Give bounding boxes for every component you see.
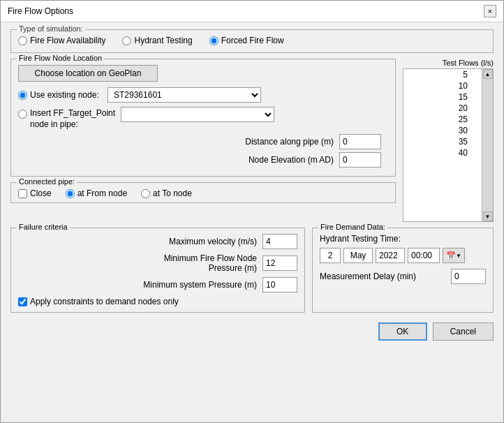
main-content: Fire Flow Node Location Choose location …: [10, 59, 494, 222]
elevation-row: Node Elevation (m AD): [18, 152, 388, 168]
calendar-button[interactable]: 📅 ▼: [443, 248, 465, 263]
apply-constraints-checkbox[interactable]: [18, 297, 27, 306]
delay-row: Measurement Delay (min): [320, 269, 486, 284]
max-velocity-input[interactable]: [262, 234, 297, 249]
close-button[interactable]: ×: [484, 5, 496, 17]
max-velocity-label: Maximum velocity (m/s): [18, 237, 257, 246]
use-existing-row: Use existing node: ST29361601: [18, 87, 388, 103]
measurement-delay-input[interactable]: [451, 269, 486, 284]
test-flows-scrollbar[interactable]: ▲ ▼: [482, 69, 493, 221]
connected-pipe-section-label: Connected pipe:: [17, 177, 77, 186]
min-system-label: Minimum system Pressure (m): [18, 280, 257, 290]
elevation-input[interactable]: [339, 152, 381, 168]
list-item: 10: [403, 80, 482, 91]
test-flows-label: Test Flows (l/s): [403, 59, 494, 67]
bottom-section: Failure criteria Maximum velocity (m/s) …: [10, 228, 494, 313]
right-panel: Test Flows (l/s) 5 10 15 20 25 30 35 40 …: [403, 59, 494, 222]
distance-label: Distance along pipe (m): [245, 137, 334, 147]
test-flows-content: 5 10 15 20 25 30 35 40: [403, 69, 482, 221]
use-existing-radio[interactable]: [18, 91, 27, 100]
at-from-option[interactable]: at From node: [66, 188, 127, 198]
max-velocity-row: Maximum velocity (m/s): [18, 234, 297, 249]
min-fire-flow-row: Minimum Fire Flow NodePressure (m): [18, 253, 297, 273]
hydrant-testing-option[interactable]: Hydrant Testing: [122, 36, 192, 45]
day-input[interactable]: [320, 248, 341, 263]
fire-demand-section: Fire Demand Data: Hydrant Testing Time: …: [312, 228, 494, 313]
simulation-type-row: Fire Flow Availability Hydrant Testing F…: [18, 34, 486, 47]
fire-flow-avail-label: Fire Flow Availability: [30, 36, 105, 45]
min-system-input[interactable]: [262, 277, 297, 292]
title-bar: Fire Flow Options ×: [1, 1, 503, 22]
list-item: 15: [403, 91, 482, 103]
fire-flow-dialog: Fire Flow Options × Type of simulation: …: [0, 0, 504, 423]
list-item: 25: [403, 114, 482, 125]
insert-node-label: Insert FF_Target_Pointnode in pipe:: [30, 108, 115, 130]
simulation-type-label: Type of simulation:: [17, 24, 85, 33]
at-to-radio[interactable]: [141, 189, 150, 198]
close-option[interactable]: Close: [18, 188, 52, 198]
use-existing-option[interactable]: Use existing node:: [18, 90, 102, 100]
fire-flow-avail-radio[interactable]: [18, 36, 27, 45]
at-from-radio[interactable]: [66, 189, 75, 198]
insert-node-radio[interactable]: [18, 110, 27, 119]
insert-pipe-select[interactable]: [121, 107, 274, 122]
min-fire-flow-input[interactable]: [262, 255, 297, 271]
connected-pipe-section: Connected pipe: Close at From node at: [10, 182, 396, 203]
dialog-title: Fire Flow Options: [8, 6, 73, 16]
at-to-label: at To node: [153, 188, 192, 198]
at-from-label: at From node: [77, 188, 127, 198]
choose-location-button[interactable]: Choose location on GeoPlan: [18, 65, 158, 82]
insert-node-option[interactable]: Insert FF_Target_Pointnode in pipe:: [18, 108, 115, 130]
calendar-icon: 📅: [446, 251, 456, 260]
forced-fire-flow-label: Forced Fire Flow: [221, 36, 284, 45]
left-panel: Fire Flow Node Location Choose location …: [10, 59, 396, 222]
fire-flow-node-section: Fire Flow Node Location Choose location …: [10, 59, 396, 177]
insert-node-row: Insert FF_Target_Pointnode in pipe:: [18, 107, 388, 130]
list-item: 35: [403, 136, 482, 147]
year-input[interactable]: [376, 248, 405, 263]
use-existing-label: Use existing node:: [30, 90, 99, 100]
dialog-body: Type of simulation: Fire Flow Availabili…: [1, 22, 503, 422]
hydrant-time-label: Hydrant Testing Time:: [320, 234, 486, 244]
distance-input[interactable]: [339, 134, 381, 149]
fire-demand-section-label: Fire Demand Data:: [318, 223, 387, 231]
min-system-row: Minimum system Pressure (m): [18, 277, 297, 292]
cal-dropdown-icon: ▼: [456, 253, 461, 259]
test-flows-list: 5 10 15 20 25 30 35 40 ▲ ▼: [403, 68, 494, 222]
list-item: 5: [403, 69, 482, 80]
apply-constraints-label: Apply constraints to demand nodes only: [30, 297, 179, 306]
distance-row: Distance along pipe (m): [18, 134, 388, 149]
forced-fire-flow-option[interactable]: Forced Fire Flow: [209, 36, 284, 45]
close-label: Close: [30, 188, 52, 198]
scroll-down-button[interactable]: ▼: [483, 212, 493, 221]
list-item: 20: [403, 103, 482, 114]
failure-criteria-section: Failure criteria Maximum velocity (m/s) …: [10, 228, 305, 313]
pipe-row: Close at From node at To node: [18, 187, 388, 198]
apply-constraints-option[interactable]: Apply constraints to demand nodes only: [18, 297, 297, 306]
list-item: 40: [403, 147, 482, 158]
month-input[interactable]: [343, 248, 373, 263]
hydrant-testing-label: Hydrant Testing: [134, 36, 192, 45]
time-input[interactable]: [408, 248, 440, 263]
close-checkbox[interactable]: [18, 189, 27, 198]
ok-button[interactable]: OK: [378, 322, 427, 341]
hydrant-testing-radio[interactable]: [122, 36, 131, 45]
at-to-option[interactable]: at To node: [141, 188, 192, 198]
forced-fire-flow-radio[interactable]: [209, 36, 218, 45]
fire-flow-node-section-label: Fire Flow Node Location: [17, 54, 104, 62]
fire-flow-avail-option[interactable]: Fire Flow Availability: [18, 36, 105, 45]
cancel-button[interactable]: Cancel: [433, 322, 494, 341]
failure-criteria-label: Failure criteria: [17, 223, 70, 231]
date-row: 📅 ▼: [320, 248, 486, 263]
simulation-type-section: Type of simulation: Fire Flow Availabili…: [10, 29, 494, 53]
list-item: 30: [403, 125, 482, 136]
elevation-label: Node Elevation (m AD): [249, 155, 334, 165]
measurement-delay-label: Measurement Delay (min): [320, 272, 416, 281]
scroll-up-button[interactable]: ▲: [483, 69, 493, 79]
button-row: OK Cancel: [10, 318, 494, 343]
min-fire-flow-label: Minimum Fire Flow NodePressure (m): [18, 253, 257, 273]
existing-node-select[interactable]: ST29361601: [108, 87, 261, 103]
